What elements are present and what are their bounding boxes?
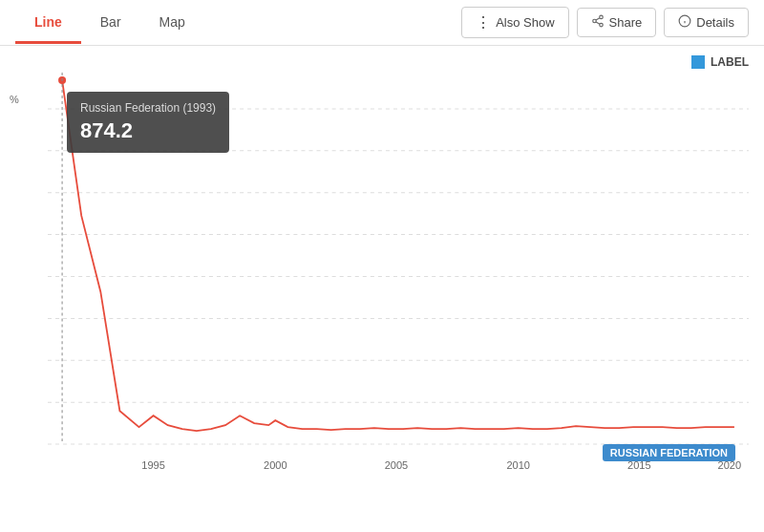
details-button[interactable]: Details bbox=[664, 8, 749, 37]
svg-text:2010: 2010 bbox=[506, 459, 530, 471]
details-label: Details bbox=[696, 15, 734, 30]
share-button[interactable]: Share bbox=[577, 8, 657, 37]
chart-svg: 0 100 200 300 400 500 600 700 800 900 19… bbox=[48, 73, 749, 492]
share-label: Share bbox=[609, 15, 643, 30]
svg-line-3 bbox=[596, 22, 600, 24]
series-label: RUSSIAN FEDERATION bbox=[603, 444, 735, 461]
header: Line Bar Map ⋮ Also Show Share Details bbox=[0, 0, 764, 46]
label-text: LABEL bbox=[711, 55, 749, 69]
svg-point-2 bbox=[599, 23, 603, 27]
header-actions: ⋮ Also Show Share Details bbox=[461, 7, 749, 38]
tab-map[interactable]: Map bbox=[140, 3, 204, 44]
label-row: LABEL bbox=[48, 55, 749, 69]
also-show-button[interactable]: ⋮ Also Show bbox=[461, 7, 568, 38]
svg-point-0 bbox=[599, 15, 603, 19]
svg-text:2005: 2005 bbox=[385, 459, 409, 471]
svg-line-4 bbox=[596, 18, 600, 20]
tab-bar[interactable]: Bar bbox=[81, 3, 140, 44]
y-axis-label: % bbox=[10, 94, 19, 105]
share-icon bbox=[591, 14, 605, 31]
tab-line[interactable]: Line bbox=[15, 3, 81, 44]
also-show-label: Also Show bbox=[496, 15, 554, 30]
svg-text:1995: 1995 bbox=[141, 459, 165, 471]
chart-svg-wrapper: 0 100 200 300 400 500 600 700 800 900 19… bbox=[48, 73, 749, 492]
svg-point-1 bbox=[592, 19, 596, 23]
svg-text:2000: 2000 bbox=[264, 459, 287, 471]
chart-container: LABEL % 0 100 200 300 400 500 600 700 80… bbox=[0, 46, 764, 532]
also-show-icon: ⋮ bbox=[476, 13, 491, 32]
info-icon bbox=[678, 14, 691, 31]
tab-group: Line Bar Map bbox=[15, 3, 461, 43]
label-checkbox[interactable] bbox=[691, 55, 705, 69]
